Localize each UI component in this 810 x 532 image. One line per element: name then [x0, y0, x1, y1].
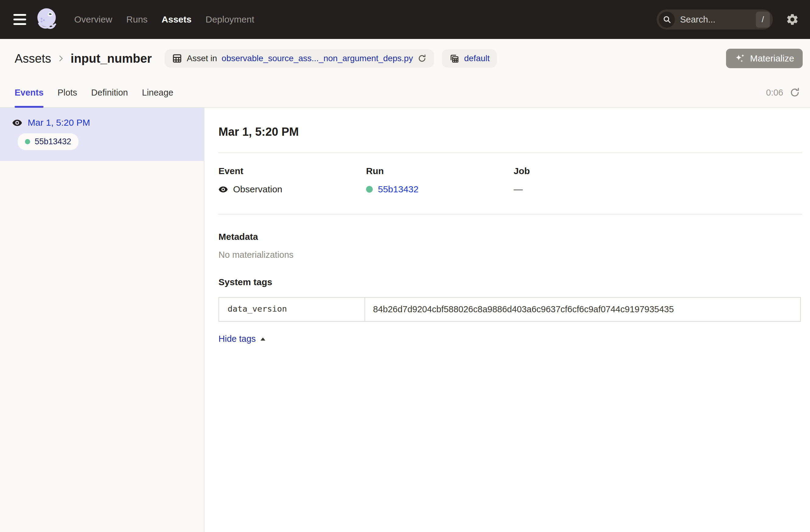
content-area: Mar 1, 5:20 PM 55b13432 Mar 1, 5:20 PM E…	[0, 108, 810, 532]
event-run-tag[interactable]: 55b13432	[18, 133, 79, 150]
reload-icon[interactable]	[418, 54, 426, 63]
run-id-link[interactable]: 55b13432	[378, 184, 418, 194]
run-status-dot	[25, 139, 30, 144]
tab-plots[interactable]: Plots	[58, 78, 77, 107]
slash-shortcut-key: /	[756, 12, 770, 28]
search-icon	[659, 12, 675, 28]
hamburger-menu-icon[interactable]	[13, 14, 26, 25]
tag-value-cell: 84b26d7d9204cbf588026c8a9886d403a6c9637c…	[365, 297, 800, 321]
tab-events[interactable]: Events	[15, 78, 44, 107]
refresh-icon[interactable]	[789, 87, 800, 98]
search-box[interactable]: /	[657, 10, 773, 30]
sparkle-icon	[734, 53, 745, 64]
asset-source-file-link[interactable]: observable_source_ass..._non_argument_de…	[222, 53, 413, 63]
event-info-grid: Event Observation Run 55b13432 Job —	[218, 166, 802, 194]
event-timestamp: Mar 1, 5:20 PM	[28, 117, 90, 128]
refresh-countdown: 0:06	[766, 88, 783, 98]
primary-nav: Overview Runs Assets Deployment	[74, 14, 254, 25]
collapse-caret-icon	[260, 337, 266, 341]
top-nav: Overview Runs Assets Deployment /	[0, 0, 810, 39]
job-column: Job —	[514, 166, 802, 194]
repo-stack-icon	[449, 53, 459, 64]
dagster-logo[interactable]	[33, 6, 60, 33]
tab-definition[interactable]: Definition	[91, 78, 128, 107]
event-label: Event	[218, 166, 366, 176]
asset-table-icon	[172, 53, 182, 64]
asset-definition-badge: Asset in observable_source_ass..._non_ar…	[165, 49, 434, 68]
breadcrumb: Assets input_number	[15, 52, 152, 65]
auto-refresh-timer: 0:06	[766, 78, 800, 107]
event-column: Event Observation	[218, 166, 366, 194]
page-title: input_number	[70, 52, 152, 65]
metadata-empty-text: No materializations	[218, 250, 802, 260]
tag-key-cell: data_version	[219, 297, 365, 321]
materialize-label: Materialize	[750, 53, 794, 64]
event-run-id: 55b13432	[35, 137, 71, 146]
repo-badge: default	[442, 49, 497, 68]
hide-tags-link[interactable]: Hide tags	[218, 334, 266, 344]
event-list-item[interactable]: Mar 1, 5:20 PM 55b13432	[0, 108, 204, 161]
nav-item-deployment[interactable]: Deployment	[205, 14, 254, 25]
asset-badges: Asset in observable_source_ass..._non_ar…	[165, 49, 497, 68]
event-list-sidebar: Mar 1, 5:20 PM 55b13432	[0, 108, 205, 532]
run-column: Run 55b13432	[366, 166, 514, 194]
nav-item-assets[interactable]: Assets	[162, 14, 191, 25]
divider	[218, 214, 802, 214]
run-status-dot	[366, 186, 373, 193]
event-detail-title: Mar 1, 5:20 PM	[218, 125, 802, 139]
divider	[218, 152, 802, 153]
repo-default-link[interactable]: default	[464, 53, 490, 63]
search-input[interactable]	[675, 14, 756, 25]
nav-item-overview[interactable]: Overview	[74, 14, 112, 25]
tabs-bar: Events Plots Definition Lineage 0:06	[0, 78, 810, 108]
job-label: Job	[514, 166, 802, 176]
tab-lineage[interactable]: Lineage	[142, 78, 174, 107]
asset-badge-prefix: Asset in	[187, 53, 217, 63]
hide-tags-label: Hide tags	[218, 334, 256, 344]
event-type-value: Observation	[233, 184, 282, 194]
materialize-button[interactable]: Materialize	[726, 49, 803, 68]
page-header: Assets input_number Asset in observable_…	[0, 39, 810, 78]
nav-item-runs[interactable]: Runs	[126, 14, 148, 25]
event-detail-panel: Mar 1, 5:20 PM Event Observation Run 55b…	[205, 108, 810, 532]
eye-icon	[218, 185, 228, 194]
job-empty-value: —	[514, 184, 523, 194]
eye-icon	[12, 118, 22, 128]
system-tags-table: data_version 84b26d7d9204cbf588026c8a988…	[218, 297, 801, 322]
run-label: Run	[366, 166, 514, 176]
system-tags-heading: System tags	[218, 277, 802, 287]
metadata-heading: Metadata	[218, 231, 802, 242]
gear-icon[interactable]	[785, 13, 799, 26]
breadcrumb-chevron-icon	[56, 54, 65, 63]
breadcrumb-assets-link[interactable]: Assets	[15, 52, 51, 65]
